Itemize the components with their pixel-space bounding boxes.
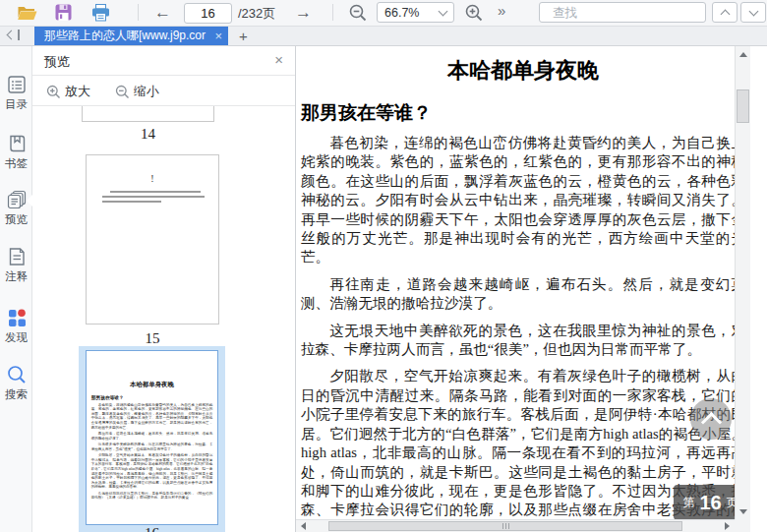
folder-open-icon [17,4,37,22]
mini-paragraph: 夕阳散尽，空气开始凉爽起来。有着灰绿色叶子的橄榄树，从白日的昏沉中清醒过来。隔条… [91,453,213,489]
scrollbar-thumb[interactable] [737,89,749,123]
thumbnail-mini-content: 本哈都单身夜晚 那男孩在等谁？ 暮色初染，连绵的褐色山峦仿佛将赴黄昏约的美人，为… [87,381,217,501]
sidebar: 目录 书签 预览 [0,46,32,532]
scrollbar-grip [329,522,681,530]
chevron-down-icon [439,6,448,16]
document-tab[interactable]: 那些路上的恋人哪[www.j9p.cor × [34,27,228,45]
sidebar-item-discover[interactable]: 发现 [0,307,32,345]
preview-icon [6,189,28,210]
badge-page-number: 16 [699,492,721,514]
scrollbar-thumb[interactable] [328,521,682,531]
document-page: 本哈都单身夜晚 那男孩在等谁？ 暮色初染，连绵的褐色山峦仿佛将赴黄昏约的美人，为… [301,48,745,532]
zoom-in-label: 放大 [65,83,90,100]
thumbnail-list: 14 ! 15 本哈都单身夜晚 那男孩在等谁？ 暮色初染，连绵的褐色山峦仿佛将赴… [32,106,278,532]
tab-close-icon[interactable]: × [214,30,222,42]
thumbnail-page-16[interactable]: 本哈都单身夜晚 那男孩在等谁？ 暮色初染，连绵的褐色山峦仿佛将赴黄昏约的美人，为… [86,350,218,525]
scroll-right-button[interactable] [720,520,735,532]
sidebar-item-label: 注释 [0,269,32,284]
thumbnail-exclamation-mark: ! [87,173,218,184]
mini-heading: 那男孩在等谁？ [91,394,213,400]
scroll-up-button[interactable] [736,46,750,62]
zoom-in-button[interactable] [464,3,484,23]
chevron-up-icon [720,9,730,19]
mini-paragraph: 暮色初染，连绵的褐色山峦仿佛将赴黄昏约的美人，为自己换上姹紫的晚装。紫色的，蓝紫… [91,402,213,429]
page-total-label: /232页 [238,5,275,23]
thumbnail-label: 16 [79,525,225,532]
zoom-level-dropdown[interactable]: 66.7% [377,2,454,23]
sidebar-item-catalog[interactable]: 目录 [0,74,32,112]
save-floppy-icon [55,4,72,21]
magnifier-minus-icon [348,3,368,23]
triangle-right-icon [725,522,730,530]
sidebar-item-search[interactable]: 搜索 [0,364,32,402]
more-tools-button[interactable]: » [498,2,505,19]
paragraph: 再往南走，道路会越来越崎岖，遍布石头。然后，就是变幻莫测、浩瀚无垠的撒哈拉沙漠了… [301,275,745,314]
sidebar-item-bookmarks[interactable]: 书签 [0,133,32,171]
scrollbar-corner [735,519,750,532]
document-title: 本哈都单身夜晚 [301,56,745,86]
magnifier-minus-icon [115,85,130,99]
toolbar-divider [138,4,139,21]
previous-page-button[interactable]: ← [154,1,171,25]
triangle-left-icon [301,522,306,530]
next-page-button[interactable]: → [295,1,312,25]
chevron-left-icon [7,30,17,40]
sidebar-item-label: 目录 [0,97,32,112]
preview-panel: 预览 × 放大 缩小 [32,46,296,532]
pdf-reader-window: ← /232页 → 66.7% » [0,0,767,532]
thumbnail-page-16-selected[interactable]: 本哈都单身夜晚 那男孩在等谁？ 暮色初染，连绵的褐色山峦仿佛将赴黄昏约的美人，为… [79,346,225,532]
find-bar [539,2,706,23]
chevron-down-icon [748,6,758,16]
preview-panel-header: 预览 × [32,46,295,76]
thumbnail-label: 14 [82,126,214,143]
annotation-icon [6,246,28,267]
sidebar-item-annotations[interactable]: 注释 [0,246,32,284]
sidebar-item-label: 书签 [0,156,32,171]
open-file-button[interactable] [17,4,37,22]
section-heading: 那男孩在等谁？ [301,100,745,126]
document-vertical-scrollbar[interactable] [735,46,750,519]
discover-icon [6,307,28,328]
sidebar-item-label: 预览 [0,212,32,227]
find-input[interactable] [551,5,713,21]
bookmark-icon [6,133,28,154]
mini-paragraph: 这无垠天地中美醉欲死的景色，这在我眼里惊为神祉的景色，对拉森、卡摩拉两人而言，虽… [91,443,213,451]
triangle-down-icon [739,509,747,514]
scroll-left-button[interactable] [296,520,311,532]
mini-paragraph: 久远世纪前就已在这里的卡斯巴，是备受电影导演们崇爱的，《阿拉伯的劳伦斯》（又译《… [91,491,213,500]
preview-panel-close-icon[interactable]: × [274,51,283,68]
tab-scroll-bar [18,30,20,40]
thumbnail-zoom-in-button[interactable]: 放大 [46,83,90,100]
back-to-top-button[interactable] [690,398,732,440]
preview-panel-title: 预览 [44,53,70,71]
zoom-out-button[interactable] [348,3,368,23]
document-viewport[interactable]: 本哈都单身夜晚 那男孩在等谁？ 暮色初染，连绵的褐色山峦仿佛将赴黄昏约的美人，为… [296,46,750,532]
paragraph: 暮色初染，连绵的褐色山峦仿佛将赴黄昏约的美人，为自己换上姹紫的晚装。紫色的，蓝紫… [301,134,745,267]
find-previous-button[interactable] [712,2,738,23]
page-number-input[interactable] [184,3,232,24]
tab-bar: 那些路上的恋人哪[www.j9p.cor × + [0,27,767,46]
save-button[interactable] [55,4,72,21]
new-tab-button[interactable]: + [239,27,248,45]
thumbnail-page-15[interactable]: ! [86,154,219,325]
thumbnail-text-lines [102,191,205,206]
mini-title: 本哈都单身夜晚 [91,381,213,389]
triangle-up-icon [739,52,747,57]
magnifier-plus-icon [464,3,484,23]
chevron-up-icon [700,411,721,432]
find-next-button[interactable] [740,2,766,23]
zoom-level-value: 66.7% [384,6,419,20]
print-button[interactable] [91,4,110,22]
magnifier-plus-icon [46,85,61,99]
thumbnail-page-14[interactable] [82,106,214,122]
scroll-down-button[interactable] [736,503,750,519]
zoom-out-label: 缩小 [134,83,159,100]
thumbnail-zoom-out-button[interactable]: 缩小 [115,83,159,100]
printer-icon [91,4,110,22]
tab-scroll-left-button[interactable] [8,30,20,40]
toolbar-divider [332,4,333,21]
catalog-icon [6,74,28,95]
preview-toolbar: 放大 缩小 [32,76,295,106]
tab-title: 那些路上的恋人哪[www.j9p.cor [44,28,210,44]
document-horizontal-scrollbar[interactable] [296,519,735,532]
